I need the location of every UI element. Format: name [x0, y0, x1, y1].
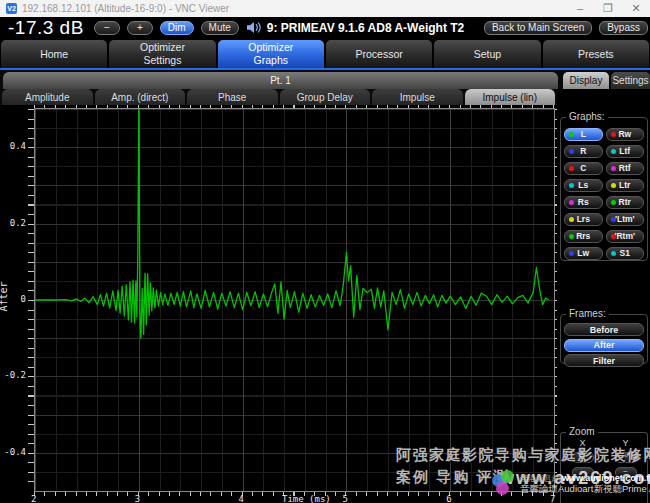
channel-color-dot	[569, 234, 574, 239]
channel-label: R	[580, 147, 586, 156]
channel-button-lw[interactable]: Lw	[564, 247, 603, 260]
chart-region: After 234567 0.40.20-0.2-0.4 Time (ms)	[0, 105, 557, 503]
frame-filter-button[interactable]: Filter	[564, 354, 644, 367]
tab-group-delay[interactable]: Group Delay	[280, 89, 371, 105]
tab-optimizer-graphs[interactable]: Optimizer Graphs	[218, 40, 324, 68]
y-tick-label: -0.4	[0, 447, 26, 457]
control-bar: -17.3 dB − + Dim Mute 9: PRIMEAV 9.1.6 A…	[0, 17, 650, 38]
channel-label: Rtf	[619, 164, 631, 173]
channel-button-rtf[interactable]: Rtf	[606, 162, 645, 175]
bypass-button[interactable]: Bypass	[599, 21, 648, 35]
channel-button-c[interactable]: C	[564, 162, 603, 175]
channel-color-dot	[569, 217, 574, 222]
channel-label: 'Ltm'	[615, 215, 635, 224]
channel-button-s1[interactable]: S1	[606, 247, 645, 260]
tab-impulse[interactable]: Impulse	[372, 89, 463, 105]
channel-color-dot	[611, 200, 616, 205]
channel-color-dot	[569, 200, 574, 205]
frames-group-label: Frames:	[566, 308, 609, 319]
channel-color-dot	[611, 234, 616, 239]
channel-label: Ls	[578, 181, 588, 190]
graph-tab-bar: Amplitude Amp. (direct) Phase Group Dela…	[0, 89, 557, 105]
y-tick-label: 0.2	[0, 218, 26, 228]
channel-button-rtm[interactable]: 'Rtm'	[606, 230, 645, 243]
tab-home[interactable]: Home	[1, 40, 107, 68]
tab-impulse-lin[interactable]: Impulse (lin)	[465, 89, 556, 105]
impulse-plot[interactable]	[34, 108, 555, 492]
frames-group: Frames: Before After Filter	[560, 314, 648, 364]
window-close-button[interactable]: ✕	[622, 0, 650, 17]
channel-label: Rw	[618, 130, 631, 139]
tab-optimizer-settings[interactable]: Optimizer Settings	[109, 40, 215, 68]
y-tick-label: 0.4	[0, 141, 26, 151]
mute-button[interactable]: Mute	[201, 21, 239, 35]
tab-setup[interactable]: Setup	[434, 40, 540, 68]
volume-up-button[interactable]: +	[127, 21, 153, 35]
channel-color-dot	[569, 166, 574, 171]
graphs-group: Graphs: LRwRLtfCRtfLsLtrRsRtrLrs'Ltm'Rrs…	[560, 117, 648, 261]
zoom-y-out-button[interactable]: −	[615, 467, 637, 478]
channel-color-dot	[569, 149, 574, 154]
channel-label: Rtr	[619, 198, 631, 207]
channel-label: L	[581, 130, 586, 139]
channel-label: Lrs	[577, 215, 590, 224]
x-tick-label: 3	[135, 494, 140, 503]
window-maximize-button[interactable]: ❐	[594, 0, 622, 17]
tab-presets[interactable]: Presets	[543, 40, 649, 68]
channel-button-lrs[interactable]: Lrs	[564, 213, 603, 226]
channel-color-dot	[611, 217, 616, 222]
channel-button-rs[interactable]: Rs	[564, 196, 603, 209]
graphs-group-label: Graphs:	[566, 111, 608, 122]
x-tick-label: 5	[342, 494, 347, 503]
channel-label: Rrs	[576, 232, 590, 241]
tab-display[interactable]: Display	[563, 72, 609, 89]
channel-button-rtr[interactable]: Rtr	[606, 196, 645, 209]
channel-button-l[interactable]: L	[564, 128, 603, 141]
point-tab-pt1[interactable]: Pt. 1	[3, 72, 558, 89]
channel-button-rrs[interactable]: Rrs	[564, 230, 603, 243]
channel-button-rw[interactable]: Rw	[606, 128, 645, 141]
channel-color-dot	[569, 251, 574, 256]
channel-button-ltf[interactable]: Ltf	[606, 145, 645, 158]
tab-amp-direct[interactable]: Amp. (direct)	[95, 89, 186, 105]
tab-phase[interactable]: Phase	[187, 89, 278, 105]
tab-settings[interactable]: Settings	[611, 72, 650, 89]
channel-button-ltr[interactable]: Ltr	[606, 179, 645, 192]
y-tick-label: -0.2	[0, 370, 26, 380]
channel-label: C	[580, 164, 586, 173]
tab-processor[interactable]: Processor	[326, 40, 432, 68]
channel-label: Rs	[578, 198, 589, 207]
tab-amplitude[interactable]: Amplitude	[2, 89, 93, 105]
x-tick-label: 7	[550, 494, 555, 503]
window-minimize-button[interactable]: –	[566, 0, 594, 17]
zoom-x-in-button[interactable]: +	[572, 452, 594, 463]
x-tick-label: 2	[31, 494, 36, 503]
zoom-x-label: X	[579, 438, 585, 448]
volume-level: -17.3 dB	[8, 17, 84, 39]
zoom-x-out-button[interactable]: −	[572, 467, 594, 478]
volume-down-button[interactable]: −	[94, 21, 120, 35]
channel-button-ls[interactable]: Ls	[564, 179, 603, 192]
frame-before-button[interactable]: Before	[564, 323, 644, 336]
channel-label: Ltf	[619, 147, 630, 156]
channel-color-dot	[569, 183, 574, 188]
channel-label: S1	[620, 249, 630, 258]
zoom-group: Zoom X + − Y + −	[560, 432, 648, 503]
channel-color-dot	[569, 132, 574, 137]
dim-button[interactable]: Dim	[160, 21, 194, 35]
channel-color-dot	[611, 132, 616, 137]
channel-button-ltm[interactable]: 'Ltm'	[606, 213, 645, 226]
window-title: 192.168.12.101 (Altitude-16-9:0) - VNC V…	[22, 3, 229, 14]
channel-button-r[interactable]: R	[564, 145, 603, 158]
channel-color-dot	[611, 166, 616, 171]
preset-title: 9: PRIMEAV 9.1.6 AD8 A-Weight T2	[267, 21, 464, 35]
channel-grid: LRwRLtfCRtfLsLtrRsRtrLrs'Ltm'Rrs'Rtm'LwS…	[561, 118, 647, 264]
zoom-y-in-button[interactable]: +	[615, 452, 637, 463]
y-tick-label: 0	[0, 294, 26, 304]
frame-after-button[interactable]: After	[564, 339, 644, 352]
back-to-main-screen-button[interactable]: Back to Main Screen	[484, 21, 592, 35]
channel-color-dot	[611, 183, 616, 188]
vnc-titlebar: V2 192.168.12.101 (Altitude-16-9:0) - VN…	[0, 0, 650, 17]
x-axis-title: Time (ms)	[282, 494, 331, 503]
point-bar-row: Pt. 1 Display Settings	[0, 70, 650, 89]
